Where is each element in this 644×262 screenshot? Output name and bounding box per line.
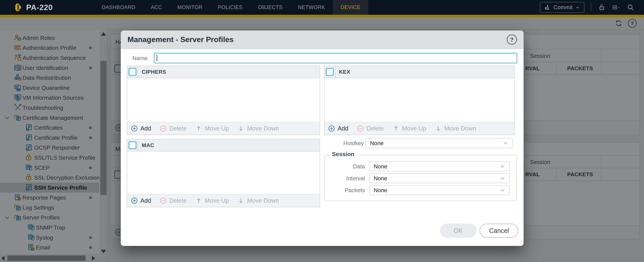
brand-logo: PA-220 [0,0,94,15]
data-label: Data [332,162,365,171]
add-icon [131,197,138,204]
chevron-down-icon [500,164,506,169]
name-input-wrapper [154,53,517,63]
dialog-header: Management - Server Profiles [121,30,524,49]
ciphers-header: CIPHERS [142,69,166,75]
delete-icon [160,197,167,204]
commit-button[interactable]: Commit [540,2,584,13]
delete-button[interactable]: Delete [160,125,187,132]
arrow-up-icon [392,125,400,132]
interval-label: Interval [332,173,365,183]
help-icon[interactable] [507,34,517,44]
kex-header: KEX [339,69,350,75]
hostkey-label: Hostkey [330,138,364,148]
chevron-down-icon [500,187,506,193]
add-icon [131,125,138,132]
mac-select-all-checkbox[interactable] [129,141,136,149]
nav-tab-device[interactable]: DEVICE [333,0,368,15]
add-button[interactable]: Add [131,197,151,204]
config-audit-icon[interactable] [612,3,620,11]
arrow-up-icon [195,125,202,132]
arrow-up-icon [195,197,202,204]
chevron-down-icon [618,5,620,9]
delete-icon [357,125,364,132]
ciphers-list-body[interactable] [127,78,320,122]
mac-header-row: MAC [127,139,320,151]
hostkey-select[interactable]: None [366,138,513,148]
nav-tab-acc[interactable]: ACC [143,0,170,15]
accent-stripe [0,15,644,17]
mac-header: MAC [142,142,154,148]
interval-select[interactable]: None [369,173,510,183]
ciphers-header-row: CIPHERS [127,66,320,78]
delete-icon [160,125,167,132]
packets-select[interactable]: None [369,185,510,195]
move-up-button[interactable]: Move Up [195,197,229,204]
cancel-button[interactable]: Cancel [480,224,518,238]
move-up-button[interactable]: Move Up [392,125,426,132]
mac-list: MAC Add Delete Move Up Move Down [127,139,320,207]
move-down-button[interactable]: Move Down [237,197,279,204]
move-down-button[interactable]: Move Down [434,125,476,132]
device-name: PA-220 [26,3,53,12]
kex-header-row: KEX [324,66,514,78]
nav-tab-objects[interactable]: OBJECTS [250,0,290,15]
add-button[interactable]: Add [131,125,151,132]
nav-tab-policies[interactable]: POLICIES [210,0,250,15]
arrow-down-icon [237,197,245,204]
kex-select-all-checkbox[interactable] [326,68,334,76]
move-down-button[interactable]: Move Down [237,125,279,132]
arrow-down-icon [237,125,245,132]
chevron-down-icon [500,175,506,181]
delete-button[interactable]: Delete [160,197,187,204]
nav-tab-network[interactable]: NETWORK [290,0,333,15]
kex-list-body[interactable] [324,78,514,122]
search-icon[interactable] [626,3,634,11]
mac-list-body[interactable] [127,151,320,194]
nav-tab-monitor[interactable]: MONITOR [170,0,210,15]
commit-icon [544,4,551,10]
ciphers-select-all-checkbox[interactable] [129,68,136,76]
dialog-title: Management - Server Profiles [128,35,234,44]
panw-logo-icon [14,3,23,12]
name-input[interactable] [157,54,513,62]
session-legend: Session [330,151,357,157]
move-up-button[interactable]: Move Up [195,125,229,132]
text-caret [157,55,157,61]
chevron-down-icon [503,140,508,146]
arrow-down-icon [434,125,442,132]
kex-toolbar: Add Delete Move Up Move Down [324,122,514,135]
unlock-icon[interactable] [598,3,606,11]
data-select[interactable]: None [369,162,510,171]
packets-label: Packets [332,185,365,195]
header-divider [591,3,591,11]
ok-button[interactable]: OK [440,224,476,238]
delete-button[interactable]: Delete [357,125,384,132]
ciphers-list: CIPHERS Add Delete Move Up Move Down [127,66,320,135]
mac-toolbar: Add Delete Move Up Move Down [127,194,320,207]
server-profiles-dialog: Management - Server Profiles Name CIPHER… [121,30,524,246]
nav-tab-dashboard[interactable]: DASHBOARD [94,0,143,15]
header-actions: Commit [540,0,644,15]
kex-list: KEX Add Delete Move Up Move Down [324,66,514,135]
main-nav: DASHBOARD ACC MONITOR POLICIES OBJECTS N… [94,0,368,15]
add-icon [328,125,335,132]
add-button[interactable]: Add [328,125,348,132]
ciphers-toolbar: Add Delete Move Up Move Down [127,122,320,135]
name-label: Name [128,53,148,63]
chevron-down-icon [575,5,580,10]
top-header: PA-220 DASHBOARD ACC MONITOR POLICIES OB… [0,0,644,15]
